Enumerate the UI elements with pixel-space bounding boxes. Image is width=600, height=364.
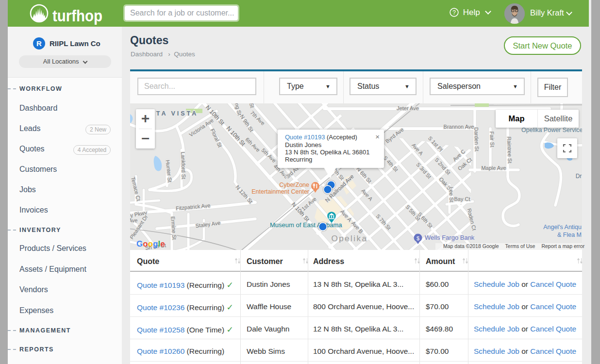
svg-text:Raintree St: Raintree St xyxy=(506,136,513,163)
svg-text:Entertainment Center: Entertainment Center xyxy=(251,188,309,195)
svg-text:Lankford St: Lankford St xyxy=(180,152,187,180)
svg-text:Opelika Power Service: Opelika Power Service xyxy=(521,127,582,133)
svg-text:Maple Ave: Maple Ave xyxy=(481,165,506,171)
svg-text:CyberZone: CyberZone xyxy=(279,182,309,188)
svg-text:TA VISTA: TA VISTA xyxy=(156,110,199,117)
svg-text:Jeter Ave: Jeter Ave xyxy=(397,105,419,111)
svg-text:Darden St: Darden St xyxy=(473,127,480,151)
svg-text:Bay Ct: Bay Ct xyxy=(454,196,470,202)
svg-text:Opelika: Opelika xyxy=(331,234,367,243)
svg-text:Fair St: Fair St xyxy=(489,131,495,147)
svg-text:Dr: Dr xyxy=(576,173,582,180)
svg-text:$: $ xyxy=(417,235,419,241)
svg-text:Brannon Ave: Brannon Ave xyxy=(444,124,474,130)
svg-text:& Flea M: & Flea M xyxy=(557,232,582,238)
svg-text:Angel's Antiqu: Angel's Antiqu xyxy=(543,224,582,231)
svg-text:Ave: Ave xyxy=(130,217,137,223)
svg-text:turfhop: turfhop xyxy=(52,7,102,25)
svg-text:Museum of East A: Museum of East A xyxy=(270,221,321,229)
svg-text:?: ? xyxy=(452,9,456,16)
svg-text:Wells Fargo Bank: Wells Fargo Bank xyxy=(425,234,475,241)
svg-text:bama: bama xyxy=(326,221,342,229)
